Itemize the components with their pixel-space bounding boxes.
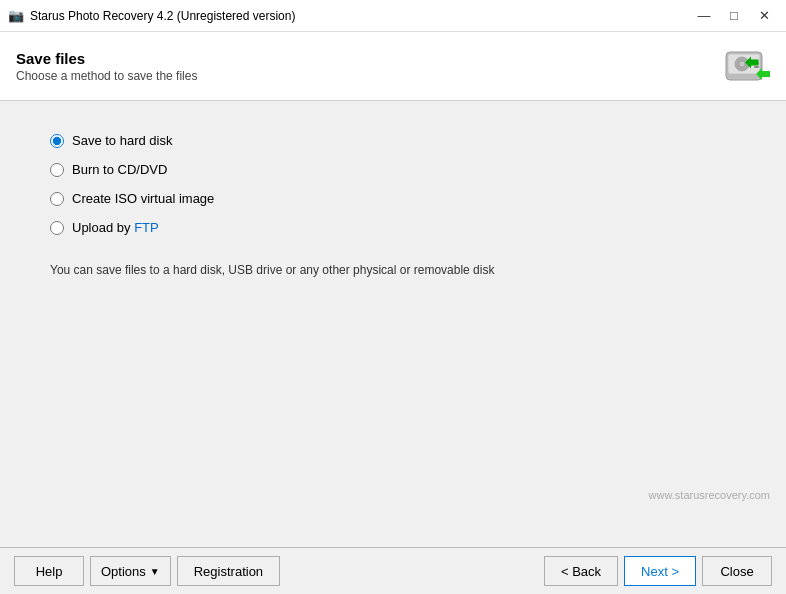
- option-iso[interactable]: Create ISO virtual image: [50, 191, 736, 206]
- header: Save files Choose a method to save the f…: [0, 32, 786, 101]
- options-button[interactable]: Options ▼: [90, 556, 171, 586]
- header-icon: [722, 42, 770, 90]
- title-bar: 📷 Starus Photo Recovery 4.2 (Unregistere…: [0, 0, 786, 32]
- label-ftp: Upload by FTP: [72, 220, 159, 235]
- app-icon: 📷: [8, 8, 24, 24]
- next-button[interactable]: Next >: [624, 556, 696, 586]
- website-watermark: www.starusrecovery.com: [649, 489, 770, 501]
- option-save-to-hdd[interactable]: Save to hard disk: [50, 133, 736, 148]
- radio-iso[interactable]: [50, 192, 64, 206]
- close-button[interactable]: Close: [702, 556, 772, 586]
- maximize-button[interactable]: □: [720, 4, 748, 28]
- hard-disk-icon: [722, 42, 770, 90]
- label-burn-cd: Burn to CD/DVD: [72, 162, 167, 177]
- title-bar-text: Starus Photo Recovery 4.2 (Unregistered …: [30, 9, 690, 23]
- info-text: You can save files to a hard disk, USB d…: [50, 263, 736, 277]
- window-controls: — □ ✕: [690, 4, 778, 28]
- option-burn-cd[interactable]: Burn to CD/DVD: [50, 162, 736, 177]
- back-button[interactable]: < Back: [544, 556, 618, 586]
- radio-burn-cd[interactable]: [50, 163, 64, 177]
- minimize-button[interactable]: —: [690, 4, 718, 28]
- radio-ftp[interactable]: [50, 221, 64, 235]
- save-method-group: Save to hard disk Burn to CD/DVD Create …: [50, 133, 736, 235]
- options-arrow-icon: ▼: [150, 566, 160, 577]
- registration-button[interactable]: Registration: [177, 556, 280, 586]
- main-content: Save to hard disk Burn to CD/DVD Create …: [0, 101, 786, 547]
- page-title: Save files: [16, 50, 197, 67]
- option-ftp[interactable]: Upload by FTP: [50, 220, 736, 235]
- footer-button-bar: Help Options ▼ Registration < Back Next …: [0, 548, 786, 594]
- footer-right-buttons: < Back Next > Close: [544, 556, 772, 586]
- help-button[interactable]: Help: [14, 556, 84, 586]
- radio-save-to-hdd[interactable]: [50, 134, 64, 148]
- svg-point-3: [739, 61, 745, 67]
- header-text-block: Save files Choose a method to save the f…: [16, 50, 197, 83]
- label-iso: Create ISO virtual image: [72, 191, 214, 206]
- label-save-to-hdd: Save to hard disk: [72, 133, 172, 148]
- page-subtitle: Choose a method to save the files: [16, 69, 197, 83]
- options-label: Options: [101, 564, 146, 579]
- svg-rect-5: [754, 66, 759, 68]
- close-window-button[interactable]: ✕: [750, 4, 778, 28]
- svg-rect-6: [728, 75, 760, 78]
- footer-left-buttons: Help Options ▼ Registration: [14, 556, 280, 586]
- ftp-link[interactable]: FTP: [134, 220, 159, 235]
